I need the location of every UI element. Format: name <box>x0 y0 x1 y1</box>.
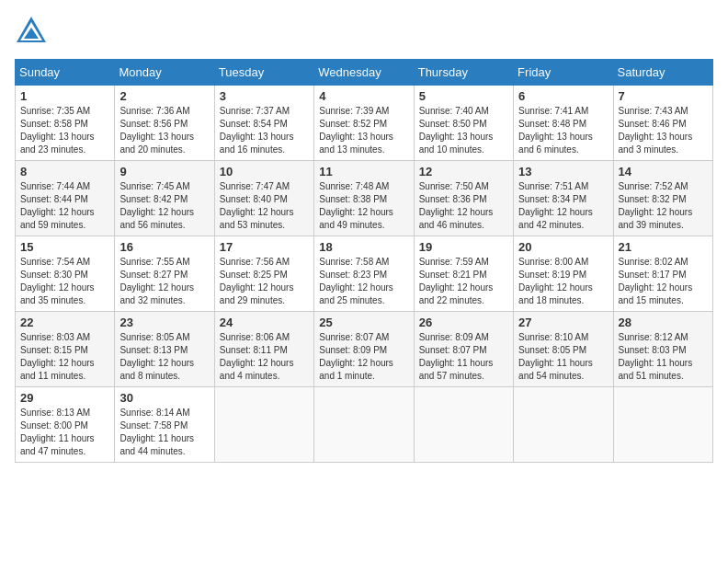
calendar-cell: 21 Sunrise: 8:02 AM Sunset: 8:17 PM Dayl… <box>613 236 712 312</box>
calendar-cell: 17 Sunrise: 7:56 AM Sunset: 8:25 PM Dayl… <box>214 236 313 312</box>
calendar-cell: 8 Sunrise: 7:44 AM Sunset: 8:44 PM Dayli… <box>16 161 115 236</box>
calendar-cell: 9 Sunrise: 7:45 AM Sunset: 8:42 PM Dayli… <box>115 161 214 236</box>
calendar-cell: 10 Sunrise: 7:47 AM Sunset: 8:40 PM Dayl… <box>214 161 313 236</box>
day-number: 25 <box>319 316 408 329</box>
calendar-cell: 30 Sunrise: 8:14 AM Sunset: 7:58 PM Dayl… <box>115 387 214 463</box>
header-thursday: Thursday <box>414 60 513 86</box>
day-info: Sunrise: 7:45 AM Sunset: 8:42 PM Dayligh… <box>119 180 209 232</box>
calendar-cell: 29 Sunrise: 8:13 AM Sunset: 8:00 PM Dayl… <box>16 387 115 463</box>
calendar-week-row: 15 Sunrise: 7:54 AM Sunset: 8:30 PM Dayl… <box>16 236 713 312</box>
day-number: 26 <box>419 316 508 329</box>
header-saturday: Saturday <box>613 60 712 86</box>
header-friday: Friday <box>514 60 613 86</box>
calendar-week-row: 8 Sunrise: 7:44 AM Sunset: 8:44 PM Dayli… <box>16 161 713 236</box>
calendar-cell: 5 Sunrise: 7:40 AM Sunset: 8:50 PM Dayli… <box>414 86 513 161</box>
day-number: 17 <box>220 240 309 254</box>
day-info: Sunrise: 7:39 AM Sunset: 8:52 PM Dayligh… <box>319 105 408 156</box>
calendar-cell: 13 Sunrise: 7:51 AM Sunset: 8:34 PM Dayl… <box>514 161 613 236</box>
day-number: 12 <box>419 165 508 178</box>
day-number: 19 <box>419 240 508 254</box>
calendar-cell <box>314 387 414 463</box>
day-number: 1 <box>20 89 109 103</box>
calendar-cell: 22 Sunrise: 8:03 AM Sunset: 8:15 PM Dayl… <box>16 312 115 387</box>
calendar-cell: 6 Sunrise: 7:41 AM Sunset: 8:48 PM Dayli… <box>514 86 613 161</box>
day-number: 5 <box>419 89 508 103</box>
header-tuesday: Tuesday <box>214 60 313 86</box>
day-number: 11 <box>319 165 408 178</box>
day-info: Sunrise: 7:36 AM Sunset: 8:56 PM Dayligh… <box>119 105 209 156</box>
calendar-cell: 15 Sunrise: 7:54 AM Sunset: 8:30 PM Dayl… <box>16 236 115 312</box>
day-info: Sunrise: 8:12 AM Sunset: 8:03 PM Dayligh… <box>619 331 708 383</box>
header-monday: Monday <box>115 60 214 86</box>
day-info: Sunrise: 7:35 AM Sunset: 8:58 PM Dayligh… <box>20 105 109 156</box>
day-info: Sunrise: 7:44 AM Sunset: 8:44 PM Dayligh… <box>20 180 109 232</box>
day-info: Sunrise: 8:07 AM Sunset: 8:09 PM Dayligh… <box>319 331 408 383</box>
day-info: Sunrise: 7:48 AM Sunset: 8:38 PM Dayligh… <box>319 180 408 232</box>
day-number: 27 <box>518 316 608 329</box>
calendar-cell: 26 Sunrise: 8:09 AM Sunset: 8:07 PM Dayl… <box>414 312 513 387</box>
day-info: Sunrise: 8:10 AM Sunset: 8:05 PM Dayligh… <box>518 331 608 383</box>
calendar-cell: 25 Sunrise: 8:07 AM Sunset: 8:09 PM Dayl… <box>314 312 414 387</box>
calendar-cell: 19 Sunrise: 7:59 AM Sunset: 8:21 PM Dayl… <box>414 236 513 312</box>
day-info: Sunrise: 8:14 AM Sunset: 7:58 PM Dayligh… <box>119 407 209 458</box>
day-number: 15 <box>20 240 109 254</box>
day-info: Sunrise: 7:56 AM Sunset: 8:25 PM Dayligh… <box>220 256 309 307</box>
calendar-cell: 14 Sunrise: 7:52 AM Sunset: 8:32 PM Dayl… <box>613 161 712 236</box>
logo <box>15 15 51 48</box>
day-info: Sunrise: 7:41 AM Sunset: 8:48 PM Dayligh… <box>518 105 608 156</box>
day-number: 18 <box>319 240 408 254</box>
day-number: 2 <box>119 89 209 103</box>
calendar-cell: 11 Sunrise: 7:48 AM Sunset: 8:38 PM Dayl… <box>314 161 414 236</box>
calendar-cell: 12 Sunrise: 7:50 AM Sunset: 8:36 PM Dayl… <box>414 161 513 236</box>
day-info: Sunrise: 7:52 AM Sunset: 8:32 PM Dayligh… <box>619 180 708 232</box>
calendar-cell: 23 Sunrise: 8:05 AM Sunset: 8:13 PM Dayl… <box>115 312 214 387</box>
calendar-cell: 3 Sunrise: 7:37 AM Sunset: 8:54 PM Dayli… <box>214 86 313 161</box>
calendar-cell: 27 Sunrise: 8:10 AM Sunset: 8:05 PM Dayl… <box>514 312 613 387</box>
day-number: 14 <box>619 165 708 178</box>
day-number: 23 <box>119 316 209 329</box>
calendar-cell <box>414 387 513 463</box>
day-number: 22 <box>20 316 109 329</box>
day-info: Sunrise: 7:59 AM Sunset: 8:21 PM Dayligh… <box>419 256 508 307</box>
calendar-cell: 28 Sunrise: 8:12 AM Sunset: 8:03 PM Dayl… <box>613 312 712 387</box>
day-number: 4 <box>319 89 408 103</box>
day-info: Sunrise: 7:54 AM Sunset: 8:30 PM Dayligh… <box>20 256 109 307</box>
day-info: Sunrise: 7:40 AM Sunset: 8:50 PM Dayligh… <box>419 105 508 156</box>
calendar-cell <box>214 387 313 463</box>
day-number: 13 <box>518 165 608 178</box>
calendar-cell: 20 Sunrise: 8:00 AM Sunset: 8:19 PM Dayl… <box>514 236 613 312</box>
day-number: 7 <box>619 89 708 103</box>
day-info: Sunrise: 7:51 AM Sunset: 8:34 PM Dayligh… <box>518 180 608 232</box>
day-info: Sunrise: 8:03 AM Sunset: 8:15 PM Dayligh… <box>20 331 109 383</box>
day-number: 6 <box>518 89 608 103</box>
day-info: Sunrise: 8:06 AM Sunset: 8:11 PM Dayligh… <box>220 331 309 383</box>
calendar-cell: 24 Sunrise: 8:06 AM Sunset: 8:11 PM Dayl… <box>214 312 313 387</box>
day-number: 21 <box>619 240 708 254</box>
day-number: 10 <box>220 165 309 178</box>
calendar-cell: 18 Sunrise: 7:58 AM Sunset: 8:23 PM Dayl… <box>314 236 414 312</box>
calendar-header-row: SundayMondayTuesdayWednesdayThursdayFrid… <box>16 60 713 86</box>
calendar-table: SundayMondayTuesdayWednesdayThursdayFrid… <box>15 59 713 463</box>
day-info: Sunrise: 8:00 AM Sunset: 8:19 PM Dayligh… <box>518 256 608 307</box>
day-info: Sunrise: 7:55 AM Sunset: 8:27 PM Dayligh… <box>119 256 209 307</box>
day-number: 20 <box>518 240 608 254</box>
day-info: Sunrise: 7:50 AM Sunset: 8:36 PM Dayligh… <box>419 180 508 232</box>
day-info: Sunrise: 7:58 AM Sunset: 8:23 PM Dayligh… <box>319 256 408 307</box>
day-number: 30 <box>119 391 209 405</box>
day-info: Sunrise: 8:05 AM Sunset: 8:13 PM Dayligh… <box>119 331 209 383</box>
calendar-week-row: 22 Sunrise: 8:03 AM Sunset: 8:15 PM Dayl… <box>16 312 713 387</box>
day-number: 8 <box>20 165 109 178</box>
calendar-cell: 1 Sunrise: 7:35 AM Sunset: 8:58 PM Dayli… <box>16 86 115 161</box>
calendar-week-row: 29 Sunrise: 8:13 AM Sunset: 8:00 PM Dayl… <box>16 387 713 463</box>
day-number: 16 <box>119 240 209 254</box>
calendar-cell: 4 Sunrise: 7:39 AM Sunset: 8:52 PM Dayli… <box>314 86 414 161</box>
day-number: 3 <box>220 89 309 103</box>
day-number: 29 <box>20 391 109 405</box>
calendar-cell <box>613 387 712 463</box>
day-info: Sunrise: 8:02 AM Sunset: 8:17 PM Dayligh… <box>619 256 708 307</box>
logo-icon <box>15 15 48 48</box>
calendar-cell: 2 Sunrise: 7:36 AM Sunset: 8:56 PM Dayli… <box>115 86 214 161</box>
calendar-cell: 7 Sunrise: 7:43 AM Sunset: 8:46 PM Dayli… <box>613 86 712 161</box>
day-info: Sunrise: 7:47 AM Sunset: 8:40 PM Dayligh… <box>220 180 309 232</box>
header-sunday: Sunday <box>16 60 115 86</box>
